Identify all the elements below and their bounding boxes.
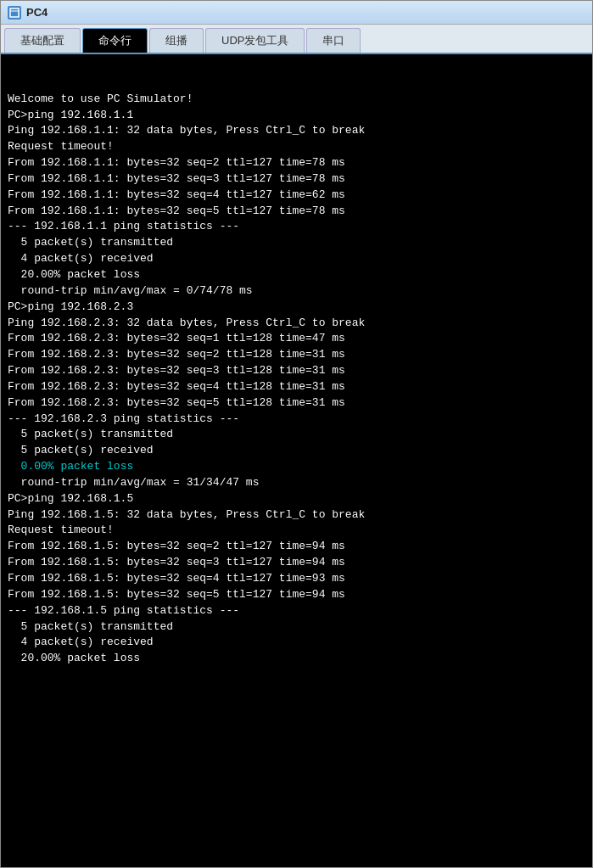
tab-udp-tool[interactable]: UDP发包工具 [205,28,305,53]
console-output[interactable]: Welcome to use PC Simulator!PC>ping 192.… [1,54,592,867]
main-window: PC4 基础配置 命令行 组播 UDP发包工具 串口 Welcome to us… [0,0,593,868]
tab-basic-config[interactable]: 基础配置 [4,28,81,53]
window-title: PC4 [26,6,48,19]
tab-command-line[interactable]: 命令行 [82,28,148,53]
window-icon [8,6,21,20]
svg-rect-0 [10,8,19,17]
tab-serial[interactable]: 串口 [306,28,361,53]
tab-multicast[interactable]: 组播 [149,28,204,53]
title-bar: PC4 [1,1,592,25]
tab-bar: 基础配置 命令行 组播 UDP发包工具 串口 [1,25,592,54]
